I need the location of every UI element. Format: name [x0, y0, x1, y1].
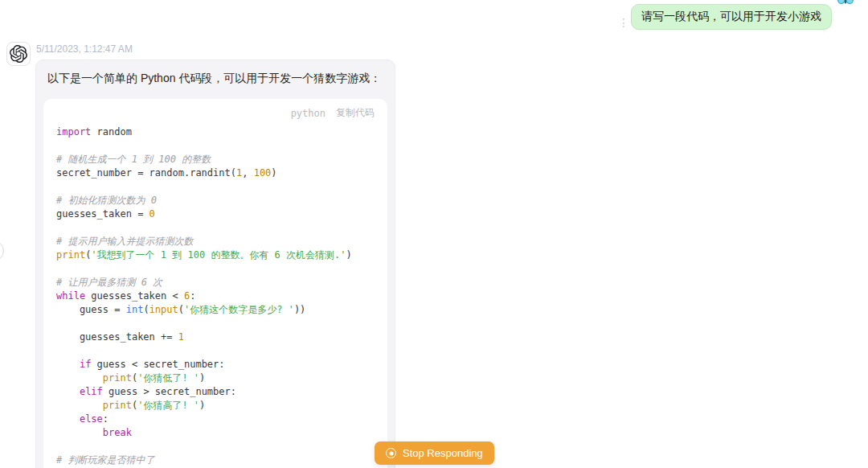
message-actions-icon[interactable]: ⋮	[618, 17, 629, 28]
code-line: # 提示用户输入并提示猜测次数	[56, 235, 375, 248]
user-avatar[interactable]	[833, 0, 858, 10]
code-content[interactable]: import random # 随机生成一个 1 到 100 的整数secret…	[56, 125, 375, 467]
code-line: import random	[56, 125, 375, 139]
code-line: if guess < secret_number:	[56, 358, 375, 372]
code-line: secret_number = random.randint(1, 100)	[56, 166, 375, 180]
stop-circle-icon	[386, 448, 396, 458]
assistant-message-bubble: 以下是一个简单的 Python 代码段，可以用于开发一个猜数字游戏： pytho…	[35, 60, 395, 468]
code-line: else:	[56, 413, 375, 426]
code-line: # 判断玩家是否猜中了	[56, 454, 375, 467]
code-line: # 初始化猜测次数为 0	[56, 194, 375, 207]
code-line	[56, 440, 375, 454]
code-line	[56, 221, 375, 235]
assistant-message-text: 以下是一个简单的 Python 代码段，可以用于开发一个猜数字游戏：	[47, 70, 383, 87]
code-line: print('你猜高了! ')	[56, 399, 375, 413]
code-language-label: python	[291, 108, 326, 119]
code-line: # 随机生成一个 1 到 100 的整数	[56, 153, 375, 166]
user-message: ⋮ 请写一段代码，可以用于开发小游戏	[631, 0, 832, 30]
user-message-bubble[interactable]: ⋮ 请写一段代码，可以用于开发小游戏	[631, 4, 832, 30]
code-line	[56, 180, 375, 194]
code-line	[56, 317, 375, 330]
code-line: guesses_taken += 1	[56, 330, 375, 344]
code-line	[56, 262, 375, 276]
code-line	[56, 344, 375, 358]
user-message-text: 请写一段代码，可以用于开发小游戏	[641, 10, 821, 23]
assistant-avatar[interactable]	[6, 42, 31, 66]
openai-logo-icon	[10, 45, 27, 63]
stop-button-label: Stop Responding	[403, 447, 483, 459]
code-line: print('你猜低了! ')	[56, 372, 375, 385]
code-line: # 让用户最多猜测 6 次	[56, 276, 375, 289]
code-block-header: python 复制代码	[56, 106, 375, 120]
copy-code-button[interactable]: 复制代码	[336, 106, 375, 120]
butterfly-avatar-icon	[833, 0, 858, 10]
code-line: guesses_taken = 0	[56, 207, 375, 221]
code-line: break	[56, 426, 375, 440]
code-block: python 复制代码 import random # 随机生成一个 1 到 1…	[43, 99, 387, 468]
chat-screen: { "colors": { "user_bubble": "#d2f5d2", …	[0, 0, 868, 468]
code-line: elif guess > secret_number:	[56, 385, 375, 399]
code-line	[56, 139, 375, 153]
message-timestamp: 5/11/2023, 1:12:47 AM	[36, 43, 133, 55]
stop-responding-button[interactable]: Stop Responding	[375, 441, 494, 465]
code-line: while guesses_taken < 6:	[56, 289, 375, 303]
edge-handle[interactable]	[0, 240, 4, 261]
code-line: print('我想到了一个 1 到 100 的整数。你有 6 次机会猜测.')	[56, 248, 375, 262]
code-line: guess = int(input('你猜这个数字是多少? '))	[56, 303, 375, 317]
